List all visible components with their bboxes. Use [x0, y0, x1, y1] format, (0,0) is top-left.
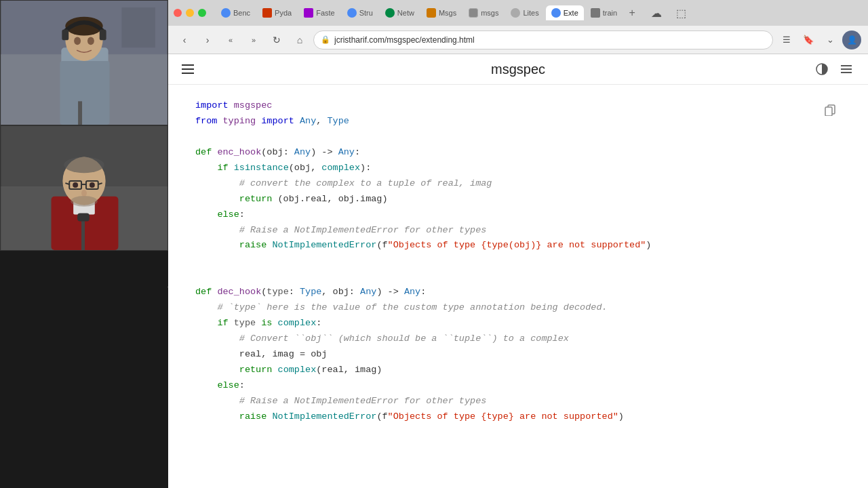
tab-train[interactable]: train: [585, 5, 623, 20]
hamburger-menu[interactable]: [182, 61, 198, 77]
tab-favicon-msgss: [469, 8, 478, 18]
tab-favicon-netw: [385, 8, 395, 18]
minimize-button[interactable]: [186, 9, 194, 17]
svg-rect-30: [841, 65, 852, 66]
cloud-icon[interactable]: ☁: [647, 3, 666, 22]
svg-point-26: [81, 190, 87, 197]
new-tab-button[interactable]: +: [624, 5, 640, 21]
browser: Benc Pyda Faste Stru Netw Msgs: [168, 0, 868, 488]
title-bar: Benc Pyda Faste Stru Netw Msgs: [168, 0, 868, 26]
nav-actions: ☰ 🔖 ⌄ 👤: [777, 30, 861, 49]
tab-exte[interactable]: Exte: [546, 5, 584, 20]
svg-rect-7: [100, 30, 106, 41]
svg-rect-8: [60, 61, 109, 125]
tab-lites[interactable]: Lites: [505, 5, 544, 20]
page-content: msgspec: [168, 54, 868, 488]
svg-rect-32: [841, 72, 852, 73]
tab-msgs[interactable]: Msgs: [421, 5, 462, 20]
tab-pyda[interactable]: Pyda: [257, 5, 297, 20]
tab-label-bench: Benc: [233, 9, 250, 17]
theme-toggle-icon[interactable]: [814, 61, 830, 77]
video-feed-1: [0, 0, 168, 125]
tab-bar: Benc Pyda Faste Stru Netw Msgs: [216, 3, 863, 22]
svg-rect-28: [77, 214, 90, 222]
tab-favicon-train: [591, 8, 600, 18]
tab-netw[interactable]: Netw: [380, 5, 420, 20]
maximize-button[interactable]: [198, 9, 206, 17]
menu-icon[interactable]: [838, 61, 854, 77]
tab-label-faste: Faste: [316, 9, 335, 17]
tab-label-exte: Exte: [564, 9, 578, 17]
svg-rect-9: [78, 101, 82, 125]
tab-favicon-msgs: [427, 8, 436, 18]
svg-point-23: [71, 196, 98, 207]
download-icon[interactable]: ⬚: [671, 3, 690, 22]
tab-label-stru: Stru: [359, 9, 373, 17]
tab-label-pyda: Pyda: [275, 9, 292, 17]
svg-rect-2: [121, 7, 155, 47]
security-icon: 🔒: [321, 35, 330, 44]
tab-stru[interactable]: Stru: [342, 5, 378, 20]
forward-more-button[interactable]: »: [244, 30, 263, 49]
tab-bench[interactable]: Benc: [216, 5, 256, 20]
svg-rect-34: [825, 107, 832, 116]
tab-label-msgs: Msgs: [439, 9, 456, 17]
tab-label-lites: Lites: [523, 9, 538, 17]
address-bar[interactable]: 🔒 jcristharif.com/msgspec/extending.html: [313, 30, 773, 49]
svg-rect-27: [81, 220, 85, 250]
left-panel: [0, 0, 168, 488]
svg-point-10: [74, 37, 81, 45]
tab-label-msgss: msgs: [481, 9, 498, 17]
nav-bar: ‹ › « » ↻ ⌂ 🔒 jcristharif.com/msgspec/ex…: [168, 26, 868, 54]
hamburger-line-1: [182, 64, 194, 66]
url-text: jcristharif.com/msgspec/extending.html: [334, 35, 766, 45]
svg-rect-31: [841, 68, 852, 70]
tab-msgss[interactable]: msgs: [463, 5, 504, 20]
bookmark-icon[interactable]: 🔖: [799, 30, 818, 49]
site-header: msgspec: [168, 54, 868, 85]
close-button[interactable]: [174, 9, 182, 17]
tab-favicon-bench: [221, 8, 231, 18]
svg-rect-6: [62, 30, 68, 41]
tab-label-netw: Netw: [397, 9, 414, 17]
svg-point-24: [73, 182, 78, 188]
code-container: import msgspec from typing import Any, T…: [168, 85, 868, 439]
user-avatar[interactable]: 👤: [842, 30, 861, 49]
svg-point-11: [87, 37, 94, 45]
reader-view-icon[interactable]: ☰: [777, 30, 796, 49]
tab-favicon-pyda: [262, 8, 272, 18]
tab-manage-icon[interactable]: ⌄: [821, 30, 840, 49]
hamburger-line-3: [182, 73, 194, 74]
refresh-button[interactable]: ↻: [267, 30, 286, 49]
site-title: msgspec: [491, 62, 545, 77]
hamburger-line-2: [182, 68, 194, 70]
svg-point-17: [64, 157, 104, 174]
tab-label-train: train: [603, 9, 617, 17]
back-button[interactable]: ‹: [175, 30, 194, 49]
tab-favicon-stru: [347, 8, 357, 18]
code-block: import msgspec from typing import Any, T…: [195, 98, 841, 425]
tab-favicon-exte: [551, 8, 561, 18]
traffic-lights: [174, 9, 206, 17]
copy-button[interactable]: [819, 98, 841, 120]
header-actions: [814, 61, 854, 77]
back-more-button[interactable]: «: [221, 30, 240, 49]
video-feed-2: [0, 125, 168, 251]
tab-faste[interactable]: Faste: [298, 5, 340, 20]
tab-favicon-faste: [304, 8, 313, 18]
forward-button[interactable]: ›: [198, 30, 217, 49]
home-button[interactable]: ⌂: [290, 30, 309, 49]
svg-point-25: [90, 182, 95, 188]
tab-favicon-lites: [511, 8, 520, 18]
